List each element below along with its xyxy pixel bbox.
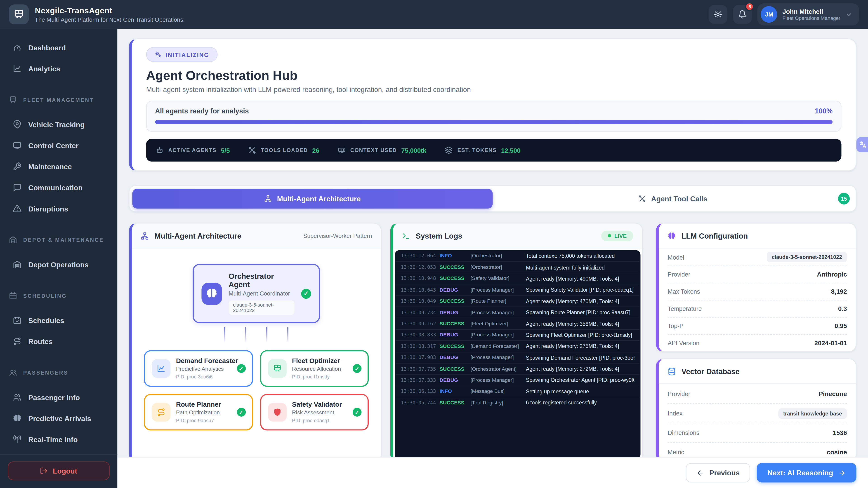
hero-card: INITIALIZING Agent Orchestration Hub Mul…	[129, 39, 857, 171]
sidebar-item-disruptions[interactable]: Disruptions	[0, 198, 117, 219]
settings-button[interactable]	[709, 5, 727, 24]
log-row: 13:30:07.735SUCCESS[Orchestrator Agent]A…	[396, 363, 640, 374]
sidebar-item-maintenance[interactable]: Maintenance	[0, 156, 117, 177]
brand: Nexgile-TransAgent The Multi-Agent Platf…	[9, 4, 185, 24]
sidebar-item-vehicle-tracking[interactable]: Vehicle Tracking	[0, 114, 117, 135]
log-message: Agent ready [Memory: 358MB, Tools: 4]	[526, 321, 619, 327]
stat-est-tokens: EST. TOKENS12,500	[445, 146, 521, 155]
sidebar-item-dashboard[interactable]: Dashboard	[0, 37, 117, 58]
agent-role: Predictive Analytics	[176, 366, 238, 372]
log-row: 13:30:05.744SUCCESS[Tool Registry]6 tool…	[396, 397, 640, 408]
config-row: Temperature0.3	[668, 300, 847, 317]
brain-icon-tile	[202, 283, 222, 304]
log-time: 13:30:10.643	[401, 287, 435, 293]
agent-name: Safety Validator	[292, 400, 342, 408]
log-source: [Orchestrator]	[471, 253, 522, 258]
next-label: Next: AI Reasoning	[767, 468, 833, 477]
log-level: DEBUG	[439, 310, 466, 315]
sidebar-item-schedules[interactable]: Schedules	[0, 310, 117, 331]
config-value: Pinecone	[819, 390, 847, 397]
sidebar-item-predictive-arrivals[interactable]: Predictive Arrivals	[0, 408, 117, 429]
gauge-icon	[13, 43, 22, 52]
tab-multi-agent-architecture[interactable]: Multi-Agent Architecture	[132, 189, 493, 208]
config-row: Dimensions1536	[668, 423, 847, 442]
logout-button[interactable]: Logout	[8, 461, 110, 480]
log-source: [Process Manager]	[471, 287, 522, 293]
log-message: Agent ready [Memory: 272MB, Tools: 4]	[526, 366, 619, 372]
next-ai-reasoning-button[interactable]: Next: AI Reasoning	[757, 463, 856, 483]
config-column: LLM Configuration Modelclaude-3-5-sonnet…	[656, 223, 857, 488]
config-row: ProviderPinecone	[668, 384, 847, 403]
log-source: [Process Manager]	[471, 332, 522, 337]
agent-name: Demand Forecaster	[176, 357, 238, 365]
log-level: DEBUG	[439, 377, 466, 383]
wizard-footer: Previous Next: AI Reasoning	[117, 457, 868, 488]
sidebar-item-label: Analytics	[28, 64, 60, 73]
log-level: DEBUG	[439, 332, 466, 337]
log-source: [Route Planner]	[471, 298, 522, 304]
users-icon	[9, 368, 17, 377]
config-value-chip: transit-knowledge-base	[778, 408, 847, 419]
sidebar-section-label: DEPOT & MAINTENANCE	[23, 236, 104, 242]
sidebar-item-depot-operations[interactable]: Depot Operations	[0, 254, 117, 275]
app-logo	[9, 4, 29, 24]
llm-configuration-panel: LLM Configuration Modelclaude-3-5-sonnet…	[656, 223, 857, 352]
tool-calls-count-badge: 15	[838, 193, 850, 204]
sidebar: Dashboard Analytics FLEET MANAGEMENT Veh…	[0, 29, 117, 488]
live-label: LIVE	[614, 233, 627, 239]
log-source: [Orchestrator Agent]	[471, 366, 522, 371]
sidebar-item-label: Maintenance	[28, 162, 72, 171]
log-row: 13:30:07.983DEBUG[Process Manager]Spawni…	[396, 352, 640, 363]
stat-label: EST. TOKENS	[458, 147, 497, 153]
stat-label: ACTIVE AGENTS	[168, 147, 216, 153]
sidebar-item-label: Depot Operations	[28, 260, 89, 269]
log-message: Agent ready [Memory: 470MB, Tools: 4]	[526, 298, 619, 304]
sidebar-item-control-center[interactable]: Control Center	[0, 135, 117, 156]
translate-widget-button[interactable]	[857, 137, 868, 152]
agent-role: Path Optimization	[176, 410, 221, 416]
sidebar-item-label: Control Center	[28, 141, 79, 150]
sidebar-item-passenger-info[interactable]: Passenger Info	[0, 387, 117, 408]
config-value: 0.95	[835, 323, 847, 329]
log-message: Spawning Fleet Optimizer [PID: proc-t1ms…	[526, 332, 632, 338]
log-time: 13:30:07.983	[401, 355, 435, 360]
log-source: [Safety Validator]	[471, 276, 522, 281]
previous-label: Previous	[709, 468, 740, 477]
panel-title: LLM Configuration	[682, 232, 748, 240]
arrow-left-icon	[697, 469, 704, 477]
monitor-icon	[13, 141, 22, 150]
chevron-down-icon	[845, 11, 852, 18]
sidebar-item-label: Communication	[28, 184, 83, 192]
tab-agent-tool-calls[interactable]: Agent Tool Calls	[493, 189, 853, 208]
log-row: 13:30:07.333DEBUG[Process Manager]Spawni…	[396, 374, 640, 385]
agent-role: Multi-Agent Coordinator	[228, 290, 294, 296]
previous-button[interactable]: Previous	[686, 463, 750, 483]
app-subtitle: The Multi-Agent Platform for Next-Gen Tr…	[35, 16, 185, 23]
log-time: 13:30:10.948	[401, 276, 435, 281]
agent-pid: PID: proc-edacq1	[292, 418, 342, 423]
user-menu[interactable]: JM John Mitchell Fleet Operations Manage…	[757, 3, 859, 26]
log-message: Spawning Orchestrator Agent [PID: proc-w…	[526, 377, 634, 383]
config-label: Dimensions	[668, 429, 700, 436]
sidebar-item-real-time-info[interactable]: Real-Time Info	[0, 429, 117, 450]
chart-icon-tile	[152, 359, 170, 378]
sidebar-item-routes[interactable]: Routes	[0, 331, 117, 352]
log-time: 13:30:05.744	[401, 400, 435, 405]
sidebar-item-communication[interactable]: Communication	[0, 177, 117, 198]
log-row: 13:30:10.643DEBUG[Process Manager]Spawni…	[396, 284, 640, 295]
sidebar-section-passengers: PASSENGERS	[0, 362, 117, 383]
notifications-button[interactable]: 5	[733, 5, 752, 24]
log-console[interactable]: 13:30:12.064INFO[Orchestrator]Total cont…	[395, 250, 640, 460]
log-message: Multi-agent system fully initialized	[526, 264, 605, 270]
bus-icon	[273, 364, 281, 372]
log-level: SUCCESS	[439, 321, 466, 326]
live-dot	[608, 234, 611, 237]
worker-card-fleet-optimizer: Fleet Optimizer Resource Allocation PID:…	[260, 350, 369, 387]
robot-icon	[156, 146, 164, 155]
log-level: SUCCESS	[439, 298, 466, 304]
progress-card: All agents ready for analysis 100%	[146, 101, 842, 132]
sidebar-item-label: Disruptions	[28, 204, 68, 213]
sidebar-item-analytics[interactable]: Analytics	[0, 58, 117, 79]
map-pin-icon	[13, 120, 22, 129]
stat-label: CONTEXT USED	[350, 147, 397, 153]
